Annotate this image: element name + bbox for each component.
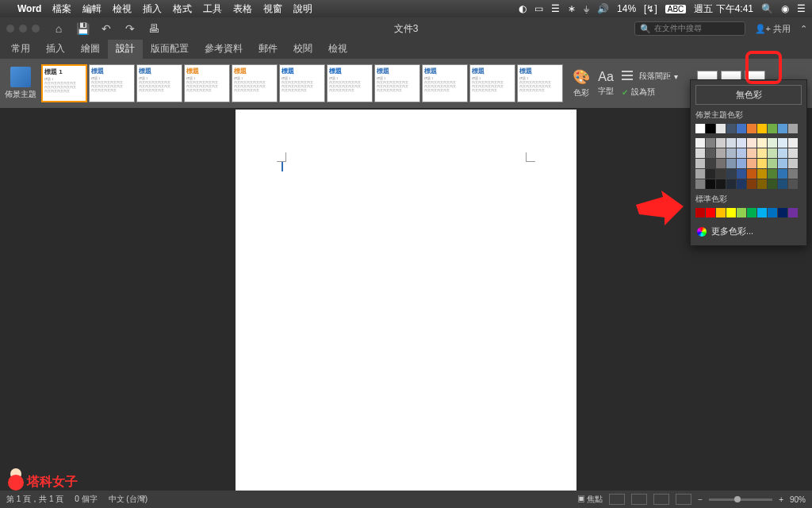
color-swatch[interactable] [716, 159, 726, 168]
color-swatch[interactable] [716, 138, 726, 148]
color-swatch[interactable] [778, 124, 787, 133]
tab-mailings[interactable]: 郵件 [251, 39, 285, 59]
set-default-button[interactable]: ✔ 設為預 [622, 87, 678, 98]
color-swatch[interactable] [695, 208, 705, 217]
home-icon[interactable]: ⌂ [49, 21, 68, 37]
color-swatch[interactable] [737, 159, 746, 168]
input-source[interactable]: ABC [665, 5, 687, 13]
color-swatch[interactable] [737, 208, 746, 217]
style-thumb[interactable]: 標題標題 1內文內文內文內文內文內文內文內文內文內文內文內文內文內文 [374, 64, 420, 102]
tab-design[interactable]: 設計 [108, 39, 143, 59]
color-swatch[interactable] [768, 169, 777, 179]
redo-icon[interactable]: ↷ [121, 21, 140, 37]
style-thumb[interactable]: 標題 1標題 1內文內文內文內文內文內文內文內文內文內文內文內文內文內文 [41, 64, 87, 102]
color-swatch[interactable] [747, 138, 756, 148]
color-swatch[interactable] [737, 169, 746, 179]
color-swatch[interactable] [716, 179, 726, 189]
zoom-out-button[interactable]: − [698, 495, 703, 504]
color-swatch[interactable] [695, 179, 705, 189]
color-swatch[interactable] [747, 169, 756, 179]
color-swatch[interactable] [706, 179, 715, 189]
color-swatch[interactable] [788, 148, 798, 158]
color-swatch[interactable] [747, 179, 756, 189]
color-swatch[interactable] [788, 208, 798, 217]
color-swatch[interactable] [757, 159, 767, 168]
color-swatch[interactable] [706, 208, 715, 217]
color-swatch[interactable] [757, 148, 767, 158]
menu-window[interactable]: 視窗 [263, 2, 282, 16]
style-thumb[interactable]: 標題標題 1內文內文內文內文內文內文內文內文內文內文內文內文內文內文 [232, 64, 278, 102]
color-swatch[interactable] [768, 148, 777, 158]
zoom-in-button[interactable]: + [779, 495, 783, 504]
datetime[interactable]: 週五 下午4:41 [694, 2, 753, 16]
view-outline-icon[interactable] [653, 494, 669, 505]
app-name[interactable]: Word [17, 3, 41, 14]
color-swatch[interactable] [716, 169, 726, 179]
tab-home[interactable]: 常用 [3, 39, 38, 59]
more-colors-button[interactable]: 更多色彩... [695, 222, 802, 241]
zoom-level[interactable]: 90% [790, 495, 806, 504]
color-swatch[interactable] [788, 124, 798, 133]
themes-button[interactable]: 佈景主題 [3, 67, 38, 100]
status-icon[interactable]: ▭ [534, 3, 543, 14]
menu-format[interactable]: 格式 [173, 2, 192, 16]
tab-draw[interactable]: 繪圖 [73, 39, 108, 59]
color-swatch[interactable] [768, 124, 777, 133]
color-swatch[interactable] [768, 138, 777, 148]
color-swatch[interactable] [788, 179, 798, 189]
color-swatch[interactable] [695, 159, 705, 168]
share-button[interactable]: 👤+ 共用 [750, 21, 795, 37]
color-swatch[interactable] [768, 179, 777, 189]
color-swatch[interactable] [778, 208, 787, 217]
color-swatch[interactable] [706, 159, 715, 168]
menu-table[interactable]: 表格 [233, 2, 252, 16]
color-swatch[interactable] [778, 148, 787, 158]
undo-icon[interactable]: ↶ [97, 21, 116, 37]
word-count[interactable]: 0 個字 [75, 494, 97, 505]
color-swatch[interactable] [778, 138, 787, 148]
color-swatch[interactable] [706, 138, 715, 148]
color-swatch[interactable] [757, 124, 767, 133]
view-web-icon[interactable] [631, 494, 647, 505]
color-swatch[interactable] [706, 148, 715, 158]
color-swatch[interactable] [716, 148, 726, 158]
status-icon[interactable]: ◐ [519, 3, 527, 14]
bluetooth-icon[interactable]: ∗ [568, 3, 576, 14]
print-icon[interactable]: 🖶 [144, 21, 163, 37]
ribbon-collapse-icon[interactable]: ⌃ [800, 24, 807, 34]
zoom-slider[interactable] [709, 498, 772, 501]
color-swatch[interactable] [726, 179, 736, 189]
traffic-lights[interactable] [0, 21, 46, 36]
page[interactable] [236, 110, 576, 491]
view-draft-icon[interactable] [676, 494, 691, 505]
colors-button[interactable]: 🎨 色彩 [573, 68, 590, 98]
color-swatch[interactable] [695, 148, 705, 158]
color-swatch[interactable] [747, 159, 756, 168]
color-swatch[interactable] [706, 169, 715, 179]
page-count[interactable]: 第 1 頁，共 1 頁 [6, 494, 63, 505]
color-swatch[interactable] [737, 138, 746, 148]
color-swatch[interactable] [747, 148, 756, 158]
color-swatch[interactable] [726, 159, 736, 168]
tab-review[interactable]: 校閱 [285, 39, 320, 59]
menu-tools[interactable]: 工具 [203, 2, 222, 16]
menu-view[interactable]: 檢視 [113, 2, 132, 16]
color-swatch[interactable] [695, 138, 705, 148]
color-swatch[interactable] [788, 159, 798, 168]
style-thumb[interactable]: 標題標題 1內文內文內文內文內文內文內文內文內文內文內文內文內文內文 [422, 64, 468, 102]
style-thumb[interactable]: 標題標題 1內文內文內文內文內文內文內文內文內文內文內文內文內文內文 [517, 64, 563, 102]
fonts-button[interactable]: Aa 字型 [598, 70, 614, 97]
color-swatch[interactable] [706, 124, 715, 133]
color-swatch[interactable] [726, 148, 736, 158]
view-print-icon[interactable] [609, 494, 625, 505]
style-thumb[interactable]: 標題標題 1內文內文內文內文內文內文內文內文內文內文內文內文內文內文 [327, 64, 373, 102]
style-thumb[interactable]: 標題標題 1內文內文內文內文內文內文內文內文內文內文內文內文內文內文 [469, 64, 515, 102]
color-swatch[interactable] [768, 208, 777, 217]
volume-icon[interactable]: 🔊 [597, 3, 609, 14]
color-swatch[interactable] [747, 124, 756, 133]
search-input[interactable]: 🔍 在文件中搜尋 [634, 21, 745, 36]
color-swatch[interactable] [768, 159, 777, 168]
color-swatch[interactable] [747, 208, 756, 217]
style-thumb[interactable]: 標題標題 1內文內文內文內文內文內文內文內文內文內文內文內文內文內文 [279, 64, 325, 102]
search-icon[interactable]: 🔍 [761, 3, 773, 14]
